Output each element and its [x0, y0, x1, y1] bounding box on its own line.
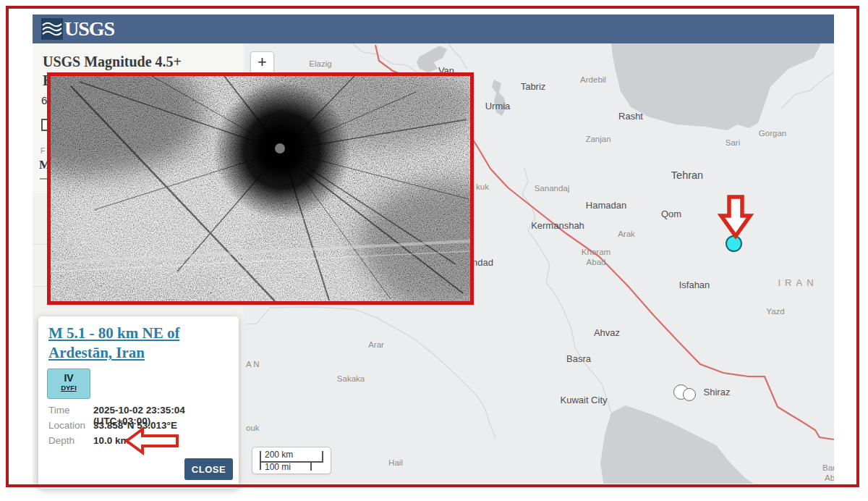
close-button[interactable]: CLOSE	[184, 458, 233, 480]
usgs-logo-text: USGS	[64, 18, 114, 40]
usgs-wave-icon	[41, 18, 63, 40]
scale-km-label: 200 km	[265, 450, 293, 460]
annotation-arrow-left-icon	[124, 426, 180, 455]
scale-mi-tick	[310, 461, 312, 471]
annotation-arrow-down-icon	[714, 194, 757, 240]
lake-van	[417, 46, 447, 72]
scale-tick	[260, 451, 261, 470]
earthquake-popup: M 5.1 - 80 km NE of Ardestān, Iran IV DY…	[38, 316, 239, 489]
event-title-link[interactable]: M 5.1 - 80 km NE of Ardestān, Iran	[48, 324, 229, 363]
usgs-logo: USGS	[41, 18, 114, 40]
map-scale-control: 200 km 100 mi	[252, 447, 331, 474]
overlay-crater-image	[47, 72, 474, 305]
sidebar-partial-text-f: F	[41, 147, 45, 155]
lake-urmia	[492, 80, 506, 116]
scale-km-tick	[322, 451, 323, 463]
dyfi-intensity: IV	[48, 372, 90, 384]
dyfi-badge[interactable]: IV DYFI	[47, 369, 90, 399]
scale-mi-label: 100 mi	[265, 462, 291, 472]
time-row: Time 2025-10-02 23:35:04 (UTC+03:00)	[48, 405, 229, 419]
screenshot-canvas: USGS USGS Magnitude 4.5+ E 6 F M 5.1 93 …	[0, 0, 868, 501]
dyfi-label: DYFI	[48, 384, 90, 392]
earthquake-marker[interactable]	[683, 388, 696, 401]
caspian-sea	[611, 43, 821, 130]
app-header: USGS	[33, 14, 834, 43]
zoom-in-button[interactable]: +	[250, 51, 274, 75]
persian-gulf	[600, 405, 778, 484]
